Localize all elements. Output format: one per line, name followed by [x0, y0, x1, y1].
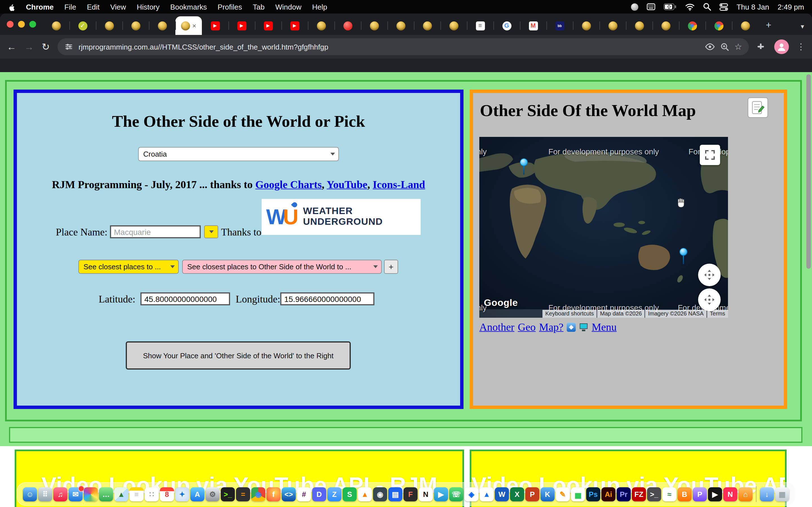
browser-tab[interactable]: ✓: [69, 16, 96, 35]
dock-telegram-icon[interactable]: ▶: [434, 487, 448, 501]
dock-chrome-icon[interactable]: ◉: [251, 487, 265, 501]
dock-reminders-icon[interactable]: ∷: [145, 487, 159, 501]
menu-file[interactable]: File: [64, 3, 76, 11]
show-place-button[interactable]: Show Your Place and 'Other Side of the W…: [126, 341, 351, 370]
dock-vlc-icon[interactable]: ▲: [358, 487, 372, 501]
browser-tab[interactable]: ◉: [705, 16, 732, 35]
browser-tab[interactable]: M: [520, 16, 546, 35]
dock-podcasts-icon[interactable]: P: [693, 487, 707, 501]
site-settings-icon[interactable]: [64, 42, 73, 51]
browser-tab[interactable]: [43, 16, 69, 35]
dock-numbers-icon[interactable]: ▅: [571, 487, 585, 501]
menu-help[interactable]: Help: [312, 3, 327, 11]
browser-tab[interactable]: [652, 16, 679, 35]
menu-bookmarks[interactable]: Bookmarks: [170, 3, 207, 11]
browser-tab[interactable]: [96, 16, 122, 35]
browser-tab[interactable]: ◉: [679, 16, 705, 35]
place-dropdown-button[interactable]: [204, 225, 218, 238]
menu-edit[interactable]: Edit: [87, 3, 100, 11]
google-map[interactable]: For development purposes only For develo…: [479, 137, 728, 318]
dock-drive-icon[interactable]: ▲: [479, 487, 494, 501]
browser-tab[interactable]: [149, 16, 175, 35]
dock-photos-icon[interactable]: [84, 487, 98, 501]
map-pan-control[interactable]: [698, 264, 721, 286]
dock-news-icon[interactable]: N: [723, 487, 737, 501]
youtube-link[interactable]: YouTube: [327, 179, 367, 190]
active-tab[interactable]: ×: [175, 16, 202, 35]
browser-tab[interactable]: [626, 16, 652, 35]
browser-tab[interactable]: ≡: [467, 16, 493, 35]
latitude-input[interactable]: [140, 292, 230, 305]
profile-avatar[interactable]: [774, 40, 789, 54]
dock-dropbox-icon[interactable]: ◈: [464, 487, 478, 501]
dock-docker-icon[interactable]: ▤: [388, 487, 402, 501]
menu-link[interactable]: Menu: [592, 321, 617, 334]
dock-powerpoint-icon[interactable]: P: [525, 487, 539, 501]
browser-tab[interactable]: [361, 16, 388, 35]
dock-pages-icon[interactable]: ✎: [556, 487, 570, 501]
dock-music-icon[interactable]: ♫: [53, 487, 67, 501]
extensions-puzzle-icon[interactable]: [757, 42, 766, 52]
dock-illustrator-icon[interactable]: Ai: [601, 487, 615, 501]
icons-land-link[interactable]: Icons-Land: [373, 179, 425, 190]
dock-keynote-icon[interactable]: K: [541, 487, 555, 501]
place-name-input[interactable]: [110, 225, 201, 238]
terms-link[interactable]: Terms: [707, 310, 728, 318]
keyboard-shortcuts-button[interactable]: Keyboard shortcuts: [543, 310, 597, 318]
browser-tab[interactable]: ▶: [255, 16, 282, 35]
dock-trash-icon[interactable]: ▦: [775, 487, 789, 501]
dock-whatsapp-icon[interactable]: ☏: [449, 487, 463, 501]
another-geo-map-link[interactable]: Another: [479, 321, 515, 334]
dock-obs-icon[interactable]: ◉: [373, 487, 387, 501]
dock-calendar-icon[interactable]: 8: [160, 487, 174, 501]
dock-activity-icon[interactable]: ≈: [662, 487, 676, 501]
status-app-icon[interactable]: [631, 3, 638, 10]
dock-notes-icon[interactable]: ≡: [130, 487, 144, 501]
map-fullscreen-button[interactable]: [700, 145, 720, 165]
dock-finder-icon[interactable]: ☺: [23, 487, 37, 501]
dock-downloads-icon[interactable]: ↓: [760, 487, 774, 501]
fullscreen-window-button[interactable]: [29, 21, 36, 27]
browser-tab[interactable]: [414, 16, 441, 35]
minimize-window-button[interactable]: [18, 21, 25, 27]
dock-firefox-icon[interactable]: f: [266, 487, 281, 501]
input-source-icon[interactable]: [647, 3, 655, 10]
dock-appstore-icon[interactable]: A: [190, 487, 204, 501]
menu-view[interactable]: View: [110, 3, 126, 11]
new-tab-button[interactable]: +: [761, 17, 776, 33]
menubar-date[interactable]: Thu 8 Jan: [737, 3, 769, 11]
dock-safari-icon[interactable]: ✦: [175, 487, 189, 501]
browser-tab[interactable]: [441, 16, 467, 35]
zoom-icon[interactable]: [720, 42, 729, 52]
menubar-clock[interactable]: 2:49 pm: [777, 3, 804, 11]
browser-tab[interactable]: [599, 16, 626, 35]
url-text[interactable]: rjmprogramming.com.au//HTMLCSS/other_sid…: [79, 43, 700, 51]
apple-menu-icon[interactable]: [8, 3, 15, 11]
browser-tab[interactable]: [335, 16, 361, 35]
dock-zoom-icon[interactable]: Z: [327, 487, 342, 501]
dock-messages-icon[interactable]: …: [99, 487, 113, 501]
dock-photoshop-icon[interactable]: Ps: [586, 487, 600, 501]
country-select[interactable]: Croatia: [138, 147, 339, 161]
dock-premiere-icon[interactable]: Pr: [617, 487, 631, 501]
browser-tab[interactable]: ▶: [282, 16, 308, 35]
control-center-icon[interactable]: [719, 3, 728, 10]
dock-maps-icon[interactable]: ▲: [114, 487, 128, 501]
forward-button[interactable]: →: [24, 42, 34, 52]
closest-places-select[interactable]: See closest places to ...: [79, 260, 179, 274]
battery-icon[interactable]: [664, 3, 677, 10]
dock-launchpad-icon[interactable]: ⠿: [38, 487, 52, 501]
dock-excel-icon[interactable]: X: [510, 487, 524, 501]
menu-profiles[interactable]: Profiles: [218, 3, 242, 11]
dock-discord-icon[interactable]: D: [312, 487, 326, 501]
dock-iterm-icon[interactable]: >_: [647, 487, 661, 501]
menu-history[interactable]: History: [137, 3, 160, 11]
browser-tab[interactable]: bb: [546, 16, 573, 35]
browser-menu-kebab-icon[interactable]: ⋮: [797, 42, 805, 52]
bookmark-star-icon[interactable]: ☆: [734, 42, 742, 52]
browser-tab[interactable]: ▶: [202, 16, 229, 35]
browser-tab[interactable]: [573, 16, 599, 35]
plus-button[interactable]: +: [384, 260, 398, 274]
google-charts-link[interactable]: Google Charts: [255, 179, 322, 190]
reload-button[interactable]: ↻: [42, 42, 50, 52]
